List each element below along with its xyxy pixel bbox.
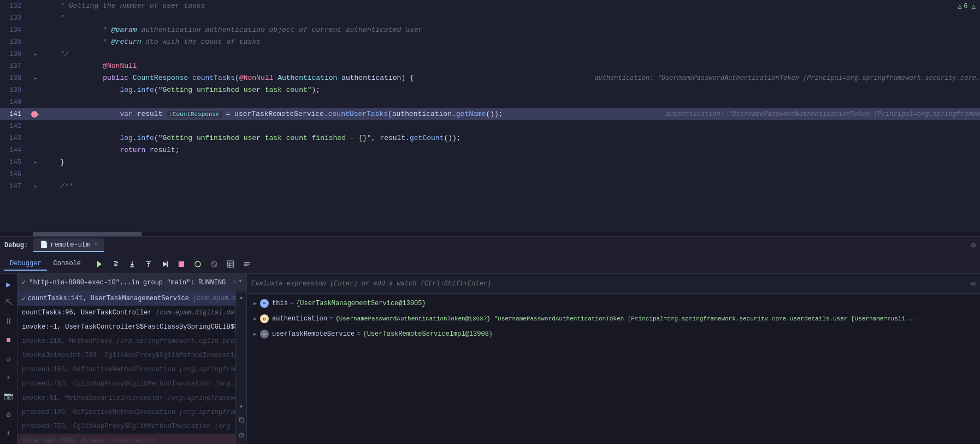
debug-icon3[interactable]: ⏸ — [2, 316, 15, 328]
var-icon-auth: ⚙ — [260, 314, 269, 323]
line-number-146: 146 — [0, 171, 30, 178]
var-name-service: userTaskRemoteService — [272, 330, 355, 338]
resume-button[interactable] — [92, 257, 107, 271]
var-value-service: {UserTaskRemoteServiceImpl@13908} — [363, 330, 493, 338]
var-item-service[interactable]: ▶ ∞ userTaskRemoteService = {UserTaskRem… — [247, 326, 980, 342]
threads-view-button[interactable] — [240, 257, 254, 271]
frame-name-5: proceed:163, ReflectiveMethodInvocation … — [22, 366, 235, 373]
filter-frames-button[interactable]: ⚡ — [233, 278, 237, 287]
debug-icon8[interactable]: ⬆ — [2, 428, 15, 440]
frame-item-1[interactable]: countTasks:96, UserTaskController (com.e… — [17, 306, 235, 320]
var-icon-service: ∞ — [260, 330, 269, 338]
scrollbar-thumb[interactable] — [33, 232, 142, 236]
debug-tab-close[interactable]: × — [94, 242, 97, 248]
settings-icon2[interactable]: ⚙ — [2, 409, 15, 421]
watch-button[interactable] — [235, 429, 247, 442]
var-expand-this[interactable]: ▶ — [253, 300, 257, 307]
line-number-136: 136 — [0, 50, 30, 58]
gutter-145: ⊢ — [30, 159, 41, 166]
code-line-135: 135 * @return dto with the count of task… — [0, 36, 980, 48]
running-check-icon: ✓ — [22, 278, 26, 287]
var-expand-service[interactable]: ▶ — [253, 331, 257, 337]
infinity-icon[interactable]: ∞ — [971, 279, 976, 288]
code-line-144: 144 return result; — [0, 144, 980, 156]
copy-frames-button[interactable] — [235, 413, 247, 427]
step-out-button[interactable] — [141, 257, 156, 271]
frame-item-4[interactable]: invokeJoinpoint:783, CglibAopProxy$Cglib… — [17, 348, 235, 363]
svg-line-26 — [241, 435, 243, 436]
breakpoint-141[interactable] — [31, 111, 38, 118]
debug-panel: Debug: 📄 remote-utm × ⚙ Debugger Console — [0, 236, 980, 444]
var-equals-this: = — [290, 300, 294, 307]
eval-input[interactable] — [251, 280, 971, 288]
frame-name-1: countTasks:96, UserTaskController (com.e… — [22, 309, 235, 317]
var-expand-auth[interactable]: ▶ — [253, 316, 257, 322]
frame-item-5[interactable]: proceed:163, ReflectiveMethodInvocation … — [17, 363, 235, 377]
frame-item-8[interactable]: proceed:186, ReflectiveMethodInvocation … — [17, 405, 235, 419]
var-value-this: {UserTaskManagementService@13905} — [296, 300, 426, 307]
line-number-142: 142 — [0, 122, 30, 130]
var-name-this: this — [272, 300, 288, 307]
line-number-133: 133 — [0, 14, 30, 22]
type-badge-141: :CountResponse — [167, 111, 221, 118]
svg-line-15 — [212, 262, 216, 266]
frames-dropdown-button[interactable]: ▼ — [239, 278, 242, 287]
rerun-button[interactable] — [191, 257, 205, 271]
code-line-139: 139 log.info("Getting unfinished user ta… — [0, 84, 980, 96]
var-item-this[interactable]: ▶ ≡ this = {UserTaskManagementService@13… — [247, 296, 980, 311]
line-number-145: 145 — [0, 159, 30, 166]
frame-name-4: invokeJoinpoint:783, CglibAopProxy$Cglib… — [22, 352, 235, 359]
svg-marker-5 — [131, 264, 134, 266]
tab-debugger[interactable]: Debugger — [4, 258, 47, 271]
frame-item-2[interactable]: invoke:-1, UserTaskController$$FastClass… — [17, 320, 235, 334]
line-content-147: /** — [41, 180, 980, 192]
tab-console[interactable]: Console — [48, 258, 86, 271]
line-number-147: 147 — [0, 183, 30, 190]
svg-rect-16 — [227, 261, 234, 267]
frames-scroll-up[interactable]: ▲ — [238, 294, 244, 302]
frame-name-9: proceed:753, CglibAopProxy$CglibMethodIn… — [22, 423, 235, 430]
horizontal-scrollbar[interactable] — [0, 232, 980, 236]
stop-button[interactable] — [174, 257, 188, 271]
debug-tab-name: remote-utm — [50, 241, 90, 249]
gutter-136: ⊢ — [30, 51, 41, 58]
debug-icon4[interactable]: ■ — [2, 334, 15, 346]
running-thread-header[interactable]: ✓ "http-nio-8080-exec-10"...in group "ma… — [17, 274, 246, 291]
frame-item-3[interactable]: invoke:218, MethodProxy (org.springframe… — [17, 334, 235, 348]
var-item-authentication[interactable]: ▶ ⚙ authentication = {UsernamePasswordAu… — [247, 311, 980, 326]
debug-left-icons: ▶ ⛏ ⏸ ■ ↺ ⚡ 📷 ⚙ ⬆ — [0, 274, 17, 444]
run-to-cursor-button[interactable] — [158, 257, 172, 271]
line-number-143: 143 — [0, 135, 30, 142]
frame-name-6: proceed:753, CglibAopProxy$CglibMethodIn… — [22, 380, 235, 388]
frame-item-9[interactable]: proceed:753, CglibAopProxy$CglibMethodIn… — [17, 419, 235, 434]
debug-tab-remote-utm[interactable]: 📄 remote-utm × — [33, 238, 104, 252]
code-line-146: 146 — [0, 168, 980, 180]
debug-icon6[interactable]: ⚡ — [2, 372, 15, 384]
step-over-button[interactable] — [109, 257, 123, 271]
camera-icon[interactable]: 📷 — [2, 390, 15, 402]
svg-rect-11 — [167, 261, 168, 267]
debug-settings-button[interactable]: ⚙ — [971, 241, 976, 250]
resume-icon[interactable]: ▶ — [2, 278, 15, 290]
var-equals-service: = — [357, 330, 361, 338]
svg-rect-12 — [179, 261, 184, 267]
frame-item-0[interactable]: ✓ countTasks:141, UserTaskManagementServ… — [17, 291, 235, 306]
debug-icon2[interactable]: ⛏ — [2, 297, 15, 309]
line-number-134: 134 — [0, 26, 30, 34]
var-equals-auth: = — [329, 315, 333, 323]
frame-name-10: intercept:600, dynamic interceptor — [22, 437, 156, 444]
line-number-135: 135 — [0, 38, 30, 46]
frame-item-7[interactable]: invoke:61, MethodSecurityInterceptor (or… — [17, 391, 235, 405]
frame-item-10[interactable]: intercept:600, dynamic interceptor — [17, 434, 235, 444]
line-hint-141: authentication: "UsernamePasswordAuthent… — [654, 110, 980, 118]
frames-scroll-down[interactable]: ▼ — [238, 403, 244, 411]
svg-marker-13 — [195, 265, 197, 266]
table-view-button[interactable] — [223, 257, 238, 271]
mute-breakpoints-button[interactable] — [207, 257, 221, 271]
var-name-auth: authentication — [272, 315, 327, 323]
step-into-button[interactable] — [125, 257, 139, 271]
debug-icon5[interactable]: ↺ — [2, 353, 15, 365]
frame-item-6[interactable]: proceed:753, CglibAopProxy$CglibMethodIn… — [17, 377, 235, 391]
gutter-141: → — [30, 110, 41, 119]
svg-marker-0 — [97, 261, 102, 267]
